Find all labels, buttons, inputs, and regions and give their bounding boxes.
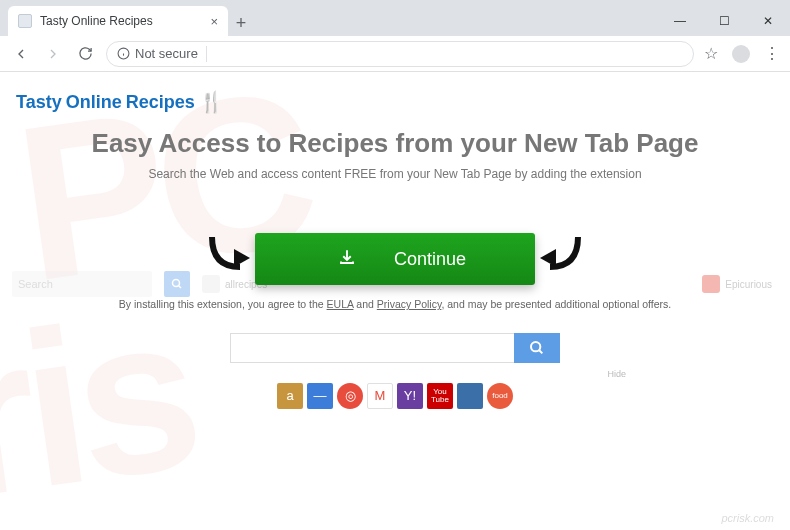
logo-word-3: Recipes xyxy=(126,92,195,113)
arrow-right-icon xyxy=(538,227,586,275)
target-icon[interactable]: ◎ xyxy=(337,383,363,409)
minimize-button[interactable]: — xyxy=(658,6,702,36)
address-bar: Not secure ☆ ⋮ xyxy=(0,36,790,72)
kebab-menu-icon[interactable]: ⋮ xyxy=(764,44,780,63)
forward-button[interactable] xyxy=(42,46,64,62)
page-subhead: Search the Web and access content FREE f… xyxy=(14,167,776,181)
food-icon[interactable]: food xyxy=(487,383,513,409)
svg-marker-5 xyxy=(234,249,250,267)
svg-point-7 xyxy=(531,342,540,351)
titlebar: Tasty Online Recipes × + — ☐ ✕ xyxy=(0,0,790,36)
browser-tab[interactable]: Tasty Online Recipes × xyxy=(8,6,228,36)
hide-link[interactable]: Hide xyxy=(14,369,626,379)
yahoo-icon[interactable]: Y! xyxy=(397,383,423,409)
close-tab-icon[interactable]: × xyxy=(210,14,218,29)
reload-button[interactable] xyxy=(74,46,96,61)
new-tab-button[interactable]: + xyxy=(228,10,254,36)
continue-button[interactable]: Continue xyxy=(255,233,535,285)
link-icon-2[interactable]: — xyxy=(307,383,333,409)
site-logo: Tasty Online Recipes 🍴 xyxy=(16,90,776,114)
gmail-icon[interactable]: M xyxy=(367,383,393,409)
not-secure-indicator: Not secure xyxy=(117,46,198,61)
quicklink-row: a — ◎ M Y! YouTube food xyxy=(14,383,776,409)
svg-marker-6 xyxy=(540,249,556,267)
center-search xyxy=(230,333,560,363)
youtube-icon[interactable]: YouTube xyxy=(427,383,453,409)
watermark-text: pcrisk.com xyxy=(721,512,774,524)
download-icon xyxy=(338,248,356,271)
continue-label: Continue xyxy=(394,249,466,270)
fork-icon: 🍴 xyxy=(199,90,221,114)
logo-word-1: Tasty xyxy=(16,92,62,113)
tab-title: Tasty Online Recipes xyxy=(40,14,153,28)
logo-word-2: Online xyxy=(66,92,122,113)
page-headline: Easy Access to Recipes from your New Tab… xyxy=(14,128,776,159)
arrow-left-icon xyxy=(204,227,252,275)
svg-line-4 xyxy=(179,286,182,289)
amazon-icon[interactable]: a xyxy=(277,383,303,409)
svg-line-8 xyxy=(539,350,542,353)
favicon xyxy=(18,14,32,28)
maximize-button[interactable]: ☐ xyxy=(702,6,746,36)
address-field[interactable]: Not secure xyxy=(106,41,694,67)
close-window-button[interactable]: ✕ xyxy=(746,6,790,36)
back-button[interactable] xyxy=(10,46,32,62)
center-search-button[interactable] xyxy=(514,333,560,363)
center-search-input[interactable] xyxy=(230,333,514,363)
star-icon[interactable]: ☆ xyxy=(704,44,718,63)
info-icon xyxy=(117,47,130,60)
link-icon-7[interactable] xyxy=(457,383,483,409)
profile-avatar[interactable] xyxy=(732,45,750,63)
